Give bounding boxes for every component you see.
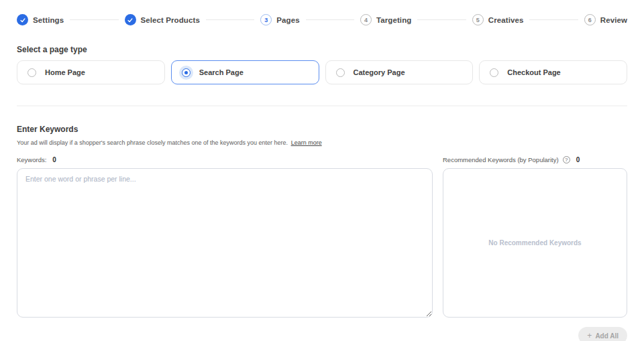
- keywords-label: Keywords:: [17, 156, 46, 163]
- recommended-count: 0: [576, 156, 580, 163]
- add-all-label: Add All: [595, 332, 619, 340]
- check-icon: [17, 14, 28, 25]
- section-divider: [17, 105, 627, 107]
- keywords-input[interactable]: [17, 168, 433, 318]
- step-number-badge: 4: [360, 14, 372, 25]
- step-label: Settings: [33, 16, 64, 24]
- page-type-label: Checkout Page: [507, 68, 560, 76]
- keywords-columns: Keywords: 0 Recommended Keywords (by Pop…: [17, 155, 627, 320]
- radio-icon[interactable]: [28, 68, 36, 77]
- step-targeting[interactable]: 4 Targeting: [360, 14, 411, 25]
- radio-icon[interactable]: [490, 68, 498, 77]
- keywords-description-text: Your ad will display if a shopper's sear…: [17, 139, 288, 146]
- actions-row: + Add All: [17, 327, 627, 341]
- step-connector: [206, 19, 254, 20]
- keywords-heading: Enter Keywords: [17, 125, 627, 134]
- keywords-count-row: Keywords: 0: [17, 155, 433, 164]
- keywords-entry-column: Keywords: 0: [17, 155, 433, 320]
- step-connector: [417, 19, 466, 20]
- plus-icon: +: [587, 332, 592, 340]
- page-type-options: Home Page Search Page Category Page Chec…: [17, 60, 627, 84]
- step-number-badge: 6: [584, 14, 596, 25]
- recommended-label: Recommended Keywords (by Popularity): [443, 156, 559, 163]
- page-type-search[interactable]: Search Page: [171, 60, 319, 84]
- page-type-label: Home Page: [45, 68, 85, 76]
- recommended-empty-state: No Recommended Keywords: [488, 239, 581, 247]
- step-review[interactable]: 6 Review: [584, 14, 627, 25]
- wizard-stepper: Settings Select Products 3 Pages 4 Targe…: [17, 0, 627, 25]
- step-connector: [306, 19, 354, 20]
- page-type-label: Category Page: [354, 68, 405, 76]
- page-type-heading: Select a page type: [17, 45, 627, 54]
- add-all-button[interactable]: + Add All: [578, 327, 627, 341]
- recommended-keywords-column: Recommended Keywords (by Popularity) ? 0…: [443, 155, 627, 320]
- page-type-category[interactable]: Category Page: [325, 60, 474, 84]
- step-number-badge: 5: [472, 14, 484, 25]
- keywords-description: Your ad will display if a shopper's sear…: [17, 139, 627, 146]
- step-settings[interactable]: Settings: [17, 14, 64, 25]
- step-select-products[interactable]: Select Products: [125, 14, 200, 25]
- step-connector: [529, 19, 578, 20]
- step-label: Review: [600, 16, 627, 24]
- step-label: Creatives: [488, 16, 524, 24]
- page-type-checkout[interactable]: Checkout Page: [479, 60, 627, 84]
- pages-step-screen: Settings Select Products 3 Pages 4 Targe…: [0, 0, 644, 341]
- check-icon: [125, 14, 136, 25]
- step-pages-current[interactable]: 3 Pages: [260, 14, 299, 25]
- step-number-badge: 3: [260, 14, 272, 25]
- page-type-label: Search Page: [199, 68, 244, 76]
- radio-icon[interactable]: [336, 68, 345, 77]
- step-label: Select Products: [141, 16, 200, 24]
- step-label: Targeting: [376, 16, 411, 24]
- step-creatives[interactable]: 5 Creatives: [472, 14, 524, 25]
- recommended-count-row: Recommended Keywords (by Popularity) ? 0: [443, 155, 627, 164]
- help-icon[interactable]: ?: [563, 156, 570, 163]
- keywords-count: 0: [52, 156, 56, 163]
- page-type-home[interactable]: Home Page: [17, 60, 165, 84]
- recommended-keywords-panel: No Recommended Keywords: [443, 168, 627, 318]
- step-label: Pages: [276, 16, 299, 24]
- radio-selected-icon[interactable]: [182, 68, 191, 77]
- step-connector: [70, 19, 118, 20]
- learn-more-link[interactable]: Learn more: [291, 139, 322, 146]
